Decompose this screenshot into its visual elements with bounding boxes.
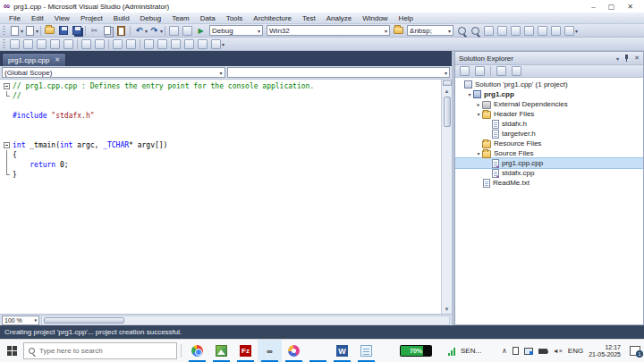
member-dropdown[interactable]: ▾	[227, 67, 451, 78]
tree-item-prg1-cpp[interactable]: ▾prg1.cpp	[455, 89, 643, 99]
scope-dropdown[interactable]: (Global Scope) ▾	[2, 67, 225, 78]
toolbar-grip[interactable]	[3, 26, 5, 36]
chevron-down-icon[interactable]: ▾	[145, 28, 148, 34]
scroll-up-icon[interactable]: ▲	[445, 87, 450, 96]
taskbar-app-visual-studio[interactable]: ∞	[258, 340, 282, 362]
save-icon[interactable]	[57, 25, 69, 37]
chevron-down-icon[interactable]: ▾	[36, 28, 38, 34]
taskbar-clock[interactable]: 12:17 21-05-2025	[589, 344, 621, 358]
taskbar-app-filezilla[interactable]: Fz	[233, 340, 258, 362]
fold-collapse-icon[interactable]	[4, 142, 10, 148]
save-all-icon[interactable]	[71, 25, 82, 37]
scrollbar-thumb[interactable]	[44, 317, 124, 324]
toolbar-grip[interactable]	[3, 39, 5, 49]
tab-close-icon[interactable]: ✕	[55, 56, 60, 63]
add-item-icon[interactable]	[24, 25, 36, 37]
team-explorer-icon[interactable]	[496, 25, 508, 37]
menu-item-build[interactable]: Build	[108, 14, 135, 22]
view-class-diagram-icon[interactable]	[511, 65, 522, 77]
cut-icon[interactable]: ✂	[89, 25, 100, 37]
fold-margin[interactable]	[0, 160, 13, 170]
menu-item-window[interactable]: Window	[357, 14, 393, 22]
chevron-up-icon[interactable]: ∧	[502, 347, 507, 355]
previous-bookmark-folder-icon[interactable]	[183, 38, 195, 50]
menu-item-edit[interactable]: Edit	[26, 14, 49, 22]
document-app-icon[interactable]	[513, 347, 519, 355]
new-project-icon[interactable]	[9, 25, 21, 37]
toolbox-icon[interactable]	[537, 25, 548, 37]
menu-item-test[interactable]: Test	[297, 14, 321, 22]
taskbar-app-paint[interactable]	[282, 340, 306, 362]
menu-item-data[interactable]: Data	[195, 14, 221, 22]
insert-snippet-icon[interactable]	[63, 38, 74, 50]
display-parameter-info-icon[interactable]	[22, 38, 34, 50]
fold-margin[interactable]	[0, 140, 13, 150]
fold-margin[interactable]	[0, 150, 13, 160]
toggle-bookmark-icon[interactable]	[143, 38, 155, 50]
extension-manager-icon[interactable]	[564, 25, 575, 37]
menu-item-project[interactable]: Project	[75, 14, 108, 22]
display-settings-icon[interactable]	[524, 348, 533, 355]
clear-bookmarks-icon[interactable]	[210, 38, 222, 50]
undo-icon[interactable]: ↶	[133, 25, 145, 37]
tree-item-source-files[interactable]: ▾Source Files	[455, 148, 643, 158]
taskbar-app-word[interactable]: W	[330, 340, 354, 362]
menu-item-view[interactable]: View	[49, 14, 75, 22]
zoom-dropdown[interactable]: 100 % ▾	[2, 316, 39, 325]
menu-item-team[interactable]: Team	[166, 14, 195, 22]
start-button[interactable]	[0, 340, 23, 362]
code-editor[interactable]: // prg1.cpp.cpp : Defines the entry poin…	[0, 80, 441, 314]
properties-window-icon[interactable]	[510, 25, 521, 37]
tree-item-stdafx-h[interactable]: stdafx.h	[455, 119, 643, 129]
navigate-backward-icon[interactable]	[168, 25, 180, 37]
taskbar-app-chrome[interactable]	[185, 340, 209, 362]
tree-collapse-arrow-icon[interactable]: ▾	[466, 91, 473, 97]
show-all-files-icon[interactable]	[474, 65, 486, 77]
document-tab[interactable]: prg1.cpp.cpp ✕	[2, 53, 66, 66]
tree-collapse-arrow-icon[interactable]: ▾	[475, 111, 482, 117]
tree-collapse-arrow-icon[interactable]: ▾	[475, 150, 482, 156]
fold-margin[interactable]	[0, 170, 13, 180]
redo-icon[interactable]: ↷	[148, 25, 160, 37]
menu-item-architecture[interactable]: Architecture	[248, 14, 297, 22]
start-debugging-icon[interactable]: ▶	[195, 25, 207, 37]
minimize-button[interactable]: –	[591, 3, 595, 11]
navigate-forward-icon[interactable]	[182, 25, 193, 37]
previous-bookmark-icon[interactable]	[157, 38, 168, 50]
tree-item-prg1-cpp-cpp[interactable]: prg1.cpp.cpp	[455, 158, 643, 168]
uncomment-selection-icon[interactable]	[125, 38, 137, 50]
window-position-icon[interactable]: ▾	[616, 55, 619, 62]
paste-icon[interactable]	[115, 25, 127, 37]
fold-margin[interactable]	[0, 130, 13, 140]
find-in-files-icon[interactable]	[456, 25, 468, 37]
tree-item-stdafx-cpp[interactable]: stdafx.cpp	[455, 168, 643, 178]
tree-expand-arrow-icon[interactable]: ▸	[475, 101, 482, 107]
tree-item-solution-prg1-cpp-1-project-[interactable]: Solution 'prg1.cpp' (1 project)	[455, 80, 643, 89]
display-word-completion-icon[interactable]	[49, 38, 61, 50]
solution-platform-dropdown[interactable]: Win32▾	[267, 25, 390, 36]
splitter-handle[interactable]	[443, 80, 452, 86]
battery-icon[interactable]	[538, 349, 547, 354]
chevron-down-icon[interactable]: ▾	[21, 28, 23, 34]
decrease-indent-icon[interactable]	[80, 38, 92, 50]
chevron-down-icon[interactable]: ▾	[160, 28, 163, 34]
auto-hide-pin-icon[interactable]	[624, 55, 629, 62]
display-object-member-list-icon[interactable]	[9, 38, 21, 50]
view-code-icon[interactable]	[496, 65, 507, 77]
start-page-icon[interactable]	[550, 25, 562, 37]
comment-selection-icon[interactable]	[112, 38, 123, 50]
find-combo[interactable]: &nbsp;▾	[407, 25, 453, 36]
tree-item-readme-txt[interactable]: ReadMe.txt	[455, 178, 643, 188]
horizontal-scrollbar[interactable]	[41, 316, 450, 325]
copy-icon[interactable]	[102, 25, 114, 37]
fold-margin[interactable]	[0, 121, 13, 130]
fold-margin[interactable]	[0, 111, 13, 121]
scroll-down-icon[interactable]: ▼	[445, 305, 450, 314]
taskbar-app-file-explorer[interactable]	[306, 340, 330, 362]
fold-collapse-icon[interactable]	[4, 83, 10, 89]
network-tray-item[interactable]: SEN...	[448, 340, 481, 362]
solution-configuration-dropdown[interactable]: Debug▾	[209, 25, 263, 36]
fold-margin[interactable]	[0, 101, 13, 111]
menu-item-debug[interactable]: Debug	[135, 14, 167, 22]
maximize-button[interactable]: ▢	[608, 3, 615, 11]
